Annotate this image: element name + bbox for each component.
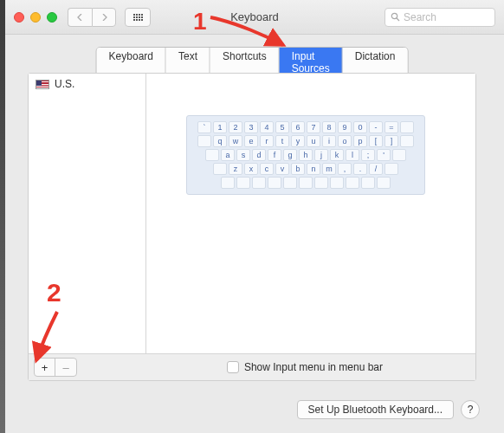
preview-key: - [369, 121, 383, 133]
preview-key: 8 [322, 121, 336, 133]
preview-key: ` [197, 121, 211, 133]
preview-key: w [229, 135, 242, 147]
preview-key: f [268, 149, 281, 161]
zoom-icon[interactable] [47, 12, 57, 23]
preview-key: p [353, 135, 367, 147]
preview-key [205, 149, 219, 161]
preview-key: 7 [307, 121, 320, 133]
preview-key: x [244, 163, 258, 175]
preview-key: 2 [229, 121, 242, 133]
preview-key: u [307, 135, 320, 147]
grid-icon [133, 14, 143, 21]
preview-key: k [330, 149, 344, 161]
preview-key: / [369, 163, 383, 175]
preview-key: , [338, 163, 352, 175]
search-placeholder: Search [404, 11, 436, 23]
preview-key [392, 149, 406, 161]
preview-key: 6 [291, 121, 305, 133]
preview-key: h [299, 149, 313, 161]
chevron-left-icon [77, 14, 84, 21]
preview-key [197, 135, 211, 147]
preview-key: n [307, 163, 320, 175]
preview-key: e [244, 135, 258, 147]
preview-key: 3 [244, 121, 258, 133]
preview-key: c [260, 163, 274, 175]
preview-key: g [283, 149, 297, 161]
preview-key: ' [377, 149, 391, 161]
close-icon[interactable] [14, 12, 24, 23]
preview-key: 4 [260, 121, 274, 133]
input-sources-panel: U.S. `1234567890-=qwertyuiop[]asdfghjkl;… [28, 73, 476, 381]
preview-key: 0 [353, 121, 367, 133]
preview-key: t [275, 135, 289, 147]
preview-key [299, 177, 313, 189]
preview-key: [ [369, 135, 383, 147]
preview-key: d [252, 149, 266, 161]
svg-line-1 [397, 18, 399, 21]
preview-key: l [346, 149, 359, 161]
show-all-button[interactable] [125, 8, 151, 27]
preview-key: m [322, 163, 336, 175]
chevron-right-icon [100, 14, 107, 21]
preview-key: = [384, 121, 398, 133]
help-button[interactable]: ? [461, 400, 480, 419]
add-source-button[interactable]: + [35, 359, 55, 376]
preview-key: s [236, 149, 250, 161]
preview-key [314, 177, 328, 189]
remove-source-button[interactable]: – [55, 359, 76, 376]
preview-key: 9 [338, 121, 352, 133]
preview-key [361, 177, 375, 189]
preview-key: q [213, 135, 227, 147]
search-icon [391, 12, 400, 22]
preview-key [252, 177, 266, 189]
preview-key: ; [361, 149, 375, 161]
preview-key: v [275, 163, 289, 175]
preview-key [221, 177, 235, 189]
keyboard-preview-pane: `1234567890-=qwertyuiop[]asdfghjkl;'zxcv… [146, 74, 475, 353]
flag-us-icon [36, 80, 49, 89]
preview-key [213, 163, 227, 175]
back-button[interactable] [68, 8, 92, 27]
preview-key [268, 177, 281, 189]
preview-key: ] [384, 135, 398, 147]
preview-key: a [221, 149, 235, 161]
preview-key: j [314, 149, 328, 161]
preview-key [377, 177, 391, 189]
traffic-lights [14, 12, 57, 23]
preview-key: r [260, 135, 274, 147]
forward-button[interactable] [92, 8, 116, 27]
svg-point-0 [391, 13, 397, 18]
search-field[interactable]: Search [384, 8, 495, 27]
add-remove-group: + – [34, 358, 77, 377]
keyboard-preview: `1234567890-=qwertyuiop[]asdfghjkl;'zxcv… [186, 115, 425, 195]
preview-key [400, 121, 414, 133]
preview-key [400, 135, 414, 147]
window-title: Keyboard [230, 10, 279, 23]
preview-key: . [353, 163, 367, 175]
preview-key: 5 [275, 121, 289, 133]
preview-key: z [229, 163, 242, 175]
show-input-menu-label: Show Input menu in menu bar [244, 361, 383, 373]
preview-key: y [291, 135, 305, 147]
show-input-menu-checkbox[interactable] [227, 361, 239, 373]
minimize-icon[interactable] [30, 12, 41, 23]
preview-key [346, 177, 359, 189]
show-input-menu-option[interactable]: Show Input menu in menu bar [227, 361, 383, 373]
source-item-label: U.S. [55, 78, 74, 90]
preview-key: i [322, 135, 336, 147]
source-item-us[interactable]: U.S. [29, 74, 145, 94]
preview-key: 1 [213, 121, 227, 133]
preview-key [236, 177, 250, 189]
preview-key: b [291, 163, 305, 175]
source-list[interactable]: U.S. [29, 74, 146, 353]
preview-key: o [338, 135, 352, 147]
preview-key [384, 163, 398, 175]
preview-key [330, 177, 344, 189]
bluetooth-keyboard-button[interactable]: Set Up Bluetooth Keyboard... [297, 400, 454, 419]
preview-key [283, 177, 297, 189]
titlebar: Keyboard Search [5, 0, 504, 35]
